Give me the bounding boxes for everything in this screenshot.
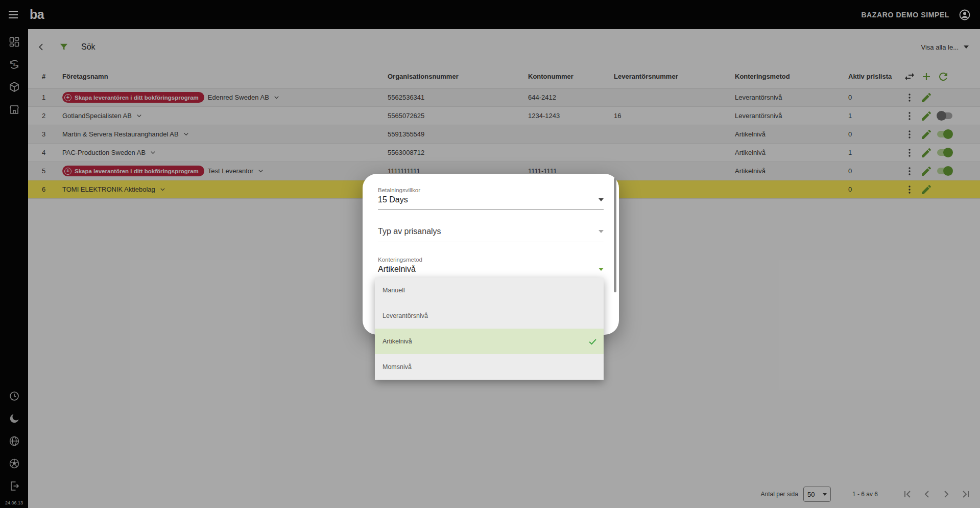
menu-option-label: Leverantörsnivå (383, 312, 428, 319)
price-analysis-placeholder: Typ av prisanalys (378, 227, 441, 236)
modal-scrollbar[interactable] (614, 178, 616, 292)
payment-terms-value: 15 Days (378, 195, 408, 204)
check-icon (588, 337, 597, 347)
accounting-method-value: Artikelnivå (378, 265, 416, 274)
payment-terms-label: Betalningsvillkor (378, 187, 604, 193)
menu-option-momsniva[interactable]: Momsnivå (375, 354, 604, 380)
menu-option-label: Artikelnivå (383, 338, 412, 345)
chevron-down-icon (599, 268, 604, 271)
price-analysis-field[interactable]: Typ av prisanalys (378, 227, 604, 242)
payment-terms-field[interactable]: Betalningsvillkor 15 Days (378, 187, 604, 210)
accounting-method-field[interactable]: Konteringsmetod Artikelnivå (378, 257, 604, 279)
chevron-down-icon (599, 230, 604, 233)
menu-option-label: Manuell (383, 287, 405, 294)
accounting-method-menu: Manuell Leverantörsnivå Artikelnivå Moms… (375, 278, 604, 380)
menu-option-manuell[interactable]: Manuell (375, 278, 604, 303)
accounting-method-label: Konteringsmetod (378, 257, 604, 263)
menu-option-leverantorsniva[interactable]: Leverantörsnivå (375, 303, 604, 329)
menu-option-label: Momsnivå (383, 363, 412, 371)
menu-option-artikelniva[interactable]: Artikelnivå (375, 329, 604, 354)
chevron-down-icon (599, 198, 604, 201)
